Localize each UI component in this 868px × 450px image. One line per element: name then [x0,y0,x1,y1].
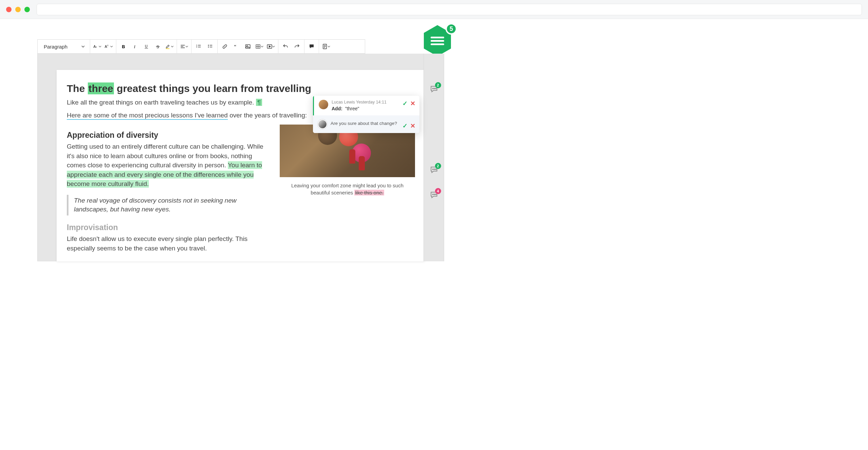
format-change-text: Here are some of the most precious lesso… [67,112,228,120]
svg-point-36 [432,169,433,170]
font-size-button[interactable]: A≡ [103,40,115,53]
chevron-down-icon [272,43,275,50]
comment-count-badge: 2 [435,163,441,169]
window-maximize-button[interactable] [24,7,30,12]
svg-point-35 [435,88,436,89]
comment-thread-marker[interactable]: 2 [430,166,438,176]
svg-point-37 [434,169,435,170]
svg-text:A: A [94,44,96,49]
blockquote-button[interactable]: “ [231,40,242,53]
avatar [319,100,328,109]
reject-suggestion-button[interactable]: ✕ [410,100,415,107]
doc-paragraph: Getting used to an entirely different cu… [67,142,270,189]
comment-thread-marker[interactable]: 2 [430,85,438,95]
svg-point-40 [434,194,435,195]
track-changes-button[interactable] [320,40,332,53]
redo-button[interactable] [291,40,303,53]
doc-heading-2: Appreciation of diversity [67,131,270,140]
strikethrough-button[interactable]: S [152,40,164,53]
doc-paragraph: Life doesn't allow us to execute every s… [67,234,270,253]
comment-count-badge: 4 [435,188,441,194]
comments-rail: 2 2 4 [423,54,444,261]
chevron-down-icon [81,44,85,49]
accept-reply-button[interactable]: ✓ [402,122,408,130]
suggestion-meta: Lucas Lewis Yesterday 14:11 [332,100,387,105]
suggestion-entry: Lucas Lewis Yesterday 14:11 Add: "three"… [313,96,419,115]
traffic-lights [6,7,30,12]
deleted-text: like this one. [354,190,384,195]
svg-point-19 [208,46,209,47]
svg-point-33 [432,88,433,89]
chevron-down-icon [171,43,174,50]
svg-point-39 [432,194,433,195]
suggestion-body: Add: "three" [332,106,387,111]
underline-button[interactable]: U [141,40,152,53]
numbered-list-button[interactable]: 12 [193,40,204,53]
url-bar[interactable] [37,4,862,15]
comment-count-badge: 2 [435,82,441,88]
app: 5 Paragraph AI A≡ B I U S [0,19,868,450]
suggestion-popover: Lucas Lewis Yesterday 14:11 Add: "three"… [313,96,419,133]
svg-text:U: U [145,44,148,48]
link-button[interactable] [219,40,231,53]
bullet-list-button[interactable] [204,40,216,53]
avatar [318,119,327,129]
window-close-button[interactable] [6,7,12,12]
image-button[interactable] [242,40,254,53]
accept-suggestion-button[interactable]: ✓ [402,100,408,107]
svg-point-34 [434,88,435,89]
browser-chrome [0,0,868,19]
inserted-text: three [88,82,114,94]
suggestions-count-badge: 5 [446,23,457,35]
undo-button[interactable] [280,40,291,53]
svg-text:A: A [105,44,107,49]
chevron-down-icon [98,43,102,50]
editor-toolbar: Paragraph AI A≡ B I U S 12 [37,39,365,54]
highlight-button[interactable] [164,40,175,53]
svg-point-38 [435,169,436,170]
svg-text:“: “ [234,44,236,49]
figure-caption: Leaving your comfort zone might lead you… [280,182,415,196]
svg-point-18 [208,45,209,45]
menu-icon [431,35,444,47]
chevron-down-icon [327,43,331,50]
doc-blockquote: The real voyage of discovery consists no… [67,195,270,215]
doc-figure: Leaving your comfort zone might lead you… [280,125,415,256]
comment-thread-marker[interactable]: 4 [430,191,438,201]
doc-heading-2: Improvisation [67,223,270,232]
svg-text:≡: ≡ [107,44,108,46]
chevron-down-icon [110,43,113,50]
svg-text:I: I [96,45,97,49]
doc-heading-1: The three greatest things you learn from… [67,83,415,94]
comment-button[interactable] [306,40,317,53]
svg-text:I: I [134,44,136,49]
svg-text:2: 2 [196,46,197,48]
pilcrow-marker: ¶ [256,99,262,106]
reject-reply-button[interactable]: ✕ [410,122,415,130]
svg-text:B: B [122,44,125,49]
italic-button[interactable]: I [129,40,141,53]
editor-canvas: The three greatest things you learn from… [37,54,444,261]
media-button[interactable] [265,40,277,53]
chevron-down-icon [185,43,189,50]
case-button[interactable]: AI [92,40,103,53]
align-button[interactable] [178,40,190,53]
bold-button[interactable]: B [118,40,129,53]
window-minimize-button[interactable] [15,7,21,12]
svg-point-41 [435,194,436,195]
paragraph-style-label: Paragraph [44,44,67,50]
paragraph-style-select[interactable]: Paragraph [39,40,88,53]
reply-text: Are you sure about that change? [331,119,397,129]
table-button[interactable] [254,40,265,53]
suggestion-reply: Are you sure about that change? ✓ ✕ [313,115,419,133]
svg-rect-10 [166,48,170,49]
chevron-down-icon [260,43,264,50]
